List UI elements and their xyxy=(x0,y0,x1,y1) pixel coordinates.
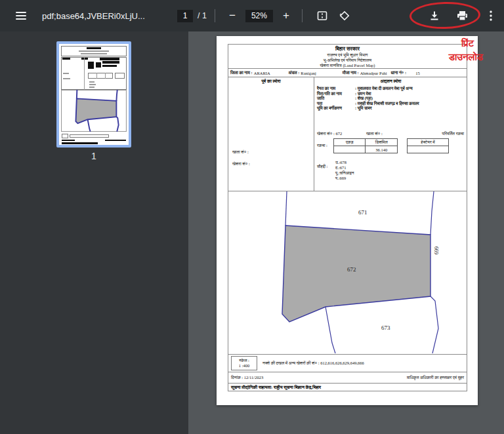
mauza-value: Ahmadpur Pahi xyxy=(360,71,387,75)
field-label: भूमि का वर्गीकरण xyxy=(317,106,355,111)
dept-line: राजस्व एवं भूमि सुधार विभाग xyxy=(228,52,467,58)
field-value: : चमन मेवा xyxy=(355,91,371,96)
it-support-credit: सूचना प्रौद्योगिकी सहायता: राष्ट्रीय सूच… xyxy=(228,383,467,391)
khesra-number: खेसरा सं० : 672 xyxy=(317,131,342,136)
khata-number-label: खाता सं० : xyxy=(366,131,383,136)
zoom-in-button[interactable]: + xyxy=(277,7,295,25)
dismil-header: डिसमिल xyxy=(366,139,398,146)
download-button[interactable] xyxy=(425,7,444,25)
raiyat-fields: रैयत का नाम: मुसलमात मेवा दी कमलन मेवा प… xyxy=(317,86,467,111)
menu-button[interactable] xyxy=(12,7,30,25)
district-label: जिला का नाम : xyxy=(230,70,253,75)
rotate-button[interactable] xyxy=(335,7,354,25)
document-title: pdf;base64,JVBERi0xLjU... xyxy=(42,11,146,21)
zoom-level-input[interactable]: 52% xyxy=(245,10,273,22)
changed-area-label: परिवर्तित रकबा xyxy=(442,131,464,136)
boundary-south: द.:671 xyxy=(335,165,354,170)
date-value: दिनांक : 12/11/2023 xyxy=(231,375,263,380)
rotate-icon xyxy=(339,10,350,22)
scale-row: स्केल : 1 :400 नक्शे की दखल में अन्य खेस… xyxy=(228,355,467,372)
parcel-672-polygon xyxy=(282,226,430,322)
meta-row: जिला का नाम : ARARIA अंचल : Raniganj मौज… xyxy=(228,69,467,77)
details-section: पूर्व का ब्योरा अद्यतन ब्योरा खाता सं० :… xyxy=(228,77,467,191)
document-header: बिहार सरकार राजस्व एवं भूमि सुधार विभाग … xyxy=(228,44,467,69)
pdf-toolbar: pdf;base64,JVBERi0xLjU... 1 / 1 − 52% + xyxy=(0,0,504,31)
prev-khesra-label: खेसरा सं० : xyxy=(232,161,250,167)
dismil-value: 36.140 xyxy=(366,146,398,153)
acre-header: एकड़ xyxy=(334,139,366,146)
boundary-west: प.:669 xyxy=(335,176,354,181)
plot-label-672: 672 xyxy=(347,266,356,273)
area-label: रकबा : xyxy=(317,143,327,148)
thana-value: 15 xyxy=(415,71,420,75)
scale-value: 1 :400 xyxy=(232,363,257,368)
hectare-value xyxy=(408,146,449,153)
thumbnail-sidebar: 1 xyxy=(0,31,188,434)
area-table: एकड़ डिसमिल 36.140 xyxy=(333,138,398,153)
field-value: : भूमि चावर xyxy=(355,106,372,111)
circle-label: अंचल : xyxy=(289,70,300,75)
fit-to-page-button[interactable] xyxy=(313,7,331,25)
field-label: रैयत का नाम xyxy=(317,86,355,91)
thumbnail-page-number: 1 xyxy=(56,151,131,161)
thumbnail-map xyxy=(61,90,127,132)
scale-label: स्केल : xyxy=(232,358,257,363)
field-label: पता xyxy=(317,101,355,106)
circle-value: Raniganj xyxy=(301,71,316,75)
district-value: ARARIA xyxy=(254,71,270,75)
download-icon xyxy=(429,10,440,21)
previous-details-title: पूर्व का ब्योरा xyxy=(228,79,314,84)
print-icon xyxy=(457,10,468,21)
thumbnail-preview xyxy=(59,44,129,145)
hamburger-icon xyxy=(16,12,26,20)
boundary-east: पू.:चनिआइन xyxy=(335,170,354,176)
directorate-line: भू-अभिलेख एवं परिमाप निदेशालय xyxy=(228,58,467,63)
mauza-label: मौजा नाम : xyxy=(343,70,359,75)
more-options-button[interactable] xyxy=(482,7,500,25)
field-value: : मसही शेख निवासी मजगढ़ व हिस्सा कमलर xyxy=(355,101,419,106)
page-number-input[interactable]: 1 xyxy=(177,10,193,22)
boundary-values: उ.:678 द.:671 पू.:चनिआइन प.:669 xyxy=(335,160,354,181)
parcel-map: 671 672 673 669 xyxy=(228,191,467,355)
field-value: : मुसलमात मेवा दी कमलन मेवा पूर्व अन्य xyxy=(355,86,413,91)
field-label: जाति xyxy=(317,96,355,101)
other-khesra-note: नक्शे की दखल में अन्य खेसरों की सं० : 61… xyxy=(262,361,364,366)
pdf-page: बिहार सरकार राजस्व एवं भूमि सुधार विभाग … xyxy=(217,36,478,405)
print-button[interactable] xyxy=(453,7,471,25)
zoom-out-button[interactable]: − xyxy=(223,7,242,25)
hectare-table: हेक्टेयर में xyxy=(407,138,449,153)
toolbar-divider xyxy=(302,9,303,22)
toolbar-divider xyxy=(215,9,215,22)
updated-details-title: अद्यतन ब्योरा xyxy=(314,79,468,84)
boundary-north: उ.:678 xyxy=(335,160,354,165)
hectare-header: हेक्टेयर में xyxy=(408,139,449,146)
kebab-menu-icon xyxy=(490,10,492,21)
field-label: पिता/पति का नाम xyxy=(317,91,355,96)
page-thumbnail[interactable] xyxy=(56,41,131,148)
plot-label-669: 669 xyxy=(433,247,439,254)
page-count-label: / 1 xyxy=(198,11,207,20)
field-value: : शेख (पट्टा) xyxy=(355,96,373,101)
plot-label-671: 671 xyxy=(358,209,368,216)
boundary-label: चौहद्दी : xyxy=(317,164,327,169)
plot-label-673: 673 xyxy=(381,325,390,331)
scale-box: स्केल : 1 :400 xyxy=(231,356,257,370)
signature-label: प्राधिकृत अधिकारी का हस्ताक्षर एवं मुहर xyxy=(407,375,464,380)
date-row: दिनांक : 12/11/2023 प्राधिकृत अधिकारी का… xyxy=(228,372,467,383)
fit-page-icon xyxy=(317,10,327,21)
govt-title: बिहार सरकार xyxy=(228,46,467,52)
thana-label: थाना नं० : xyxy=(391,70,407,75)
pdf-viewer-area[interactable]: बिहार सरकार राजस्व एवं भूमि सुधार विभाग … xyxy=(188,31,504,434)
prev-khata-label: खाता सं० : xyxy=(232,149,249,155)
acre-value xyxy=(334,146,366,153)
map-title: खेसरा मानचित्र (Land Parcel Map) xyxy=(228,63,467,68)
